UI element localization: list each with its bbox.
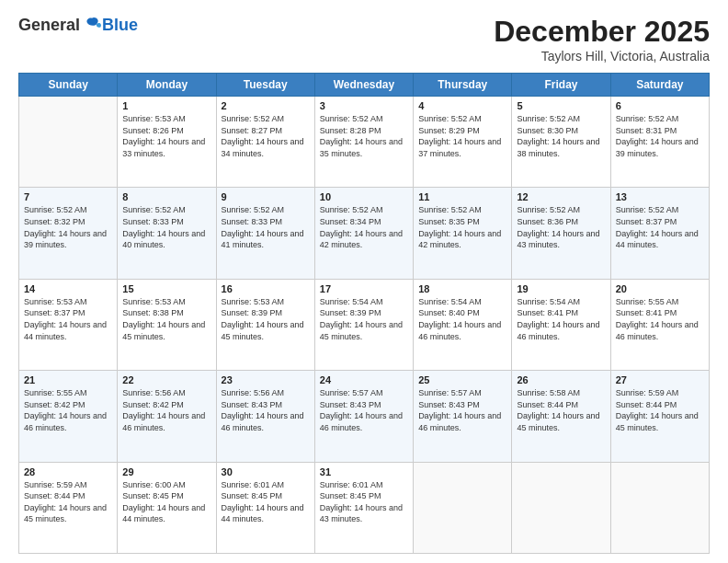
header: General Blue December 2025 Taylors Hill,…: [18, 15, 710, 63]
day-info: Sunrise: 5:53 AMSunset: 8:37 PMDaylight:…: [24, 296, 112, 342]
day-info: Sunrise: 6:01 AMSunset: 8:45 PMDaylight:…: [222, 479, 310, 525]
day-info: Sunrise: 5:52 AMSunset: 8:37 PMDaylight:…: [616, 204, 704, 250]
calendar-day-header: Friday: [512, 74, 610, 97]
day-number: 3: [320, 100, 408, 111]
logo-bird-icon: [82, 15, 102, 35]
day-number: 27: [616, 374, 704, 385]
calendar-day-header: Wednesday: [314, 74, 413, 97]
day-info: Sunrise: 5:57 AMSunset: 8:43 PMDaylight:…: [320, 387, 408, 433]
logo-blue-text: Blue: [102, 16, 138, 35]
calendar-day-header: Thursday: [414, 74, 512, 97]
calendar-table: SundayMondayTuesdayWednesdayThursdayFrid…: [18, 73, 710, 554]
calendar-cell: 31Sunrise: 6:01 AMSunset: 8:45 PMDayligh…: [314, 462, 413, 553]
day-info: Sunrise: 5:53 AMSunset: 8:39 PMDaylight:…: [222, 296, 310, 342]
day-info: Sunrise: 5:59 AMSunset: 8:44 PMDaylight:…: [616, 387, 704, 433]
calendar-cell: 2Sunrise: 5:52 AMSunset: 8:27 PMDaylight…: [216, 97, 314, 188]
calendar-cell: 30Sunrise: 6:01 AMSunset: 8:45 PMDayligh…: [216, 462, 314, 553]
calendar-cell: 25Sunrise: 5:57 AMSunset: 8:43 PMDayligh…: [414, 371, 512, 462]
logo-general-text: General: [18, 16, 80, 35]
calendar-cell: 5Sunrise: 5:52 AMSunset: 8:30 PMDaylight…: [512, 97, 610, 188]
title-block: December 2025 Taylors Hill, Victoria, Au…: [494, 15, 710, 63]
day-info: Sunrise: 5:52 AMSunset: 8:27 PMDaylight:…: [222, 113, 310, 159]
calendar-cell: 15Sunrise: 5:53 AMSunset: 8:38 PMDayligh…: [118, 279, 216, 370]
calendar-cell: 23Sunrise: 5:56 AMSunset: 8:43 PMDayligh…: [216, 371, 314, 462]
calendar-day-header: Tuesday: [216, 74, 314, 97]
day-info: Sunrise: 6:01 AMSunset: 8:45 PMDaylight:…: [320, 479, 408, 525]
calendar-cell: [610, 462, 709, 553]
day-number: 26: [517, 374, 605, 385]
day-number: 10: [320, 191, 408, 202]
calendar-cell: 3Sunrise: 5:52 AMSunset: 8:28 PMDaylight…: [314, 97, 413, 188]
day-number: 7: [24, 191, 112, 202]
day-info: Sunrise: 5:52 AMSunset: 8:36 PMDaylight:…: [517, 204, 605, 250]
calendar-cell: 1Sunrise: 5:53 AMSunset: 8:26 PMDaylight…: [118, 97, 216, 188]
day-info: Sunrise: 5:52 AMSunset: 8:30 PMDaylight:…: [517, 113, 605, 159]
day-number: 31: [320, 466, 408, 477]
calendar-cell: 27Sunrise: 5:59 AMSunset: 8:44 PMDayligh…: [610, 371, 709, 462]
calendar-cell: 21Sunrise: 5:55 AMSunset: 8:42 PMDayligh…: [19, 371, 118, 462]
day-info: Sunrise: 5:55 AMSunset: 8:41 PMDaylight:…: [616, 296, 704, 342]
day-number: 9: [222, 191, 310, 202]
day-number: 22: [122, 374, 210, 385]
day-info: Sunrise: 5:52 AMSunset: 8:34 PMDaylight:…: [320, 204, 408, 250]
day-info: Sunrise: 5:52 AMSunset: 8:32 PMDaylight:…: [24, 204, 112, 250]
day-info: Sunrise: 5:52 AMSunset: 8:29 PMDaylight:…: [418, 113, 506, 159]
calendar-cell: 8Sunrise: 5:52 AMSunset: 8:33 PMDaylight…: [118, 188, 216, 279]
day-info: Sunrise: 5:56 AMSunset: 8:42 PMDaylight:…: [122, 387, 210, 433]
day-info: Sunrise: 5:52 AMSunset: 8:31 PMDaylight:…: [616, 113, 704, 159]
subtitle: Taylors Hill, Victoria, Australia: [494, 49, 710, 63]
logo: General Blue: [18, 15, 138, 35]
day-info: Sunrise: 5:58 AMSunset: 8:44 PMDaylight:…: [517, 387, 605, 433]
day-number: 5: [517, 100, 605, 111]
day-number: 23: [222, 374, 310, 385]
calendar-cell: 16Sunrise: 5:53 AMSunset: 8:39 PMDayligh…: [216, 279, 314, 370]
calendar-cell: 29Sunrise: 6:00 AMSunset: 8:45 PMDayligh…: [118, 462, 216, 553]
calendar-cell: 10Sunrise: 5:52 AMSunset: 8:34 PMDayligh…: [314, 188, 413, 279]
day-info: Sunrise: 5:54 AMSunset: 8:39 PMDaylight:…: [320, 296, 408, 342]
calendar-day-header: Monday: [118, 74, 216, 97]
calendar-cell: 4Sunrise: 5:52 AMSunset: 8:29 PMDaylight…: [414, 97, 512, 188]
day-number: 21: [24, 374, 112, 385]
calendar-cell: 17Sunrise: 5:54 AMSunset: 8:39 PMDayligh…: [314, 279, 413, 370]
calendar-week-row: 28Sunrise: 5:59 AMSunset: 8:44 PMDayligh…: [19, 462, 710, 553]
day-number: 12: [517, 191, 605, 202]
day-info: Sunrise: 5:54 AMSunset: 8:40 PMDaylight:…: [418, 296, 506, 342]
calendar-week-row: 1Sunrise: 5:53 AMSunset: 8:26 PMDaylight…: [19, 97, 710, 188]
day-info: Sunrise: 5:52 AMSunset: 8:33 PMDaylight:…: [222, 204, 310, 250]
calendar-cell: 12Sunrise: 5:52 AMSunset: 8:36 PMDayligh…: [512, 188, 610, 279]
day-number: 29: [122, 466, 210, 477]
day-number: 1: [122, 100, 210, 111]
day-number: 16: [222, 283, 310, 294]
day-number: 28: [24, 466, 112, 477]
day-info: Sunrise: 6:00 AMSunset: 8:45 PMDaylight:…: [122, 479, 210, 525]
calendar-cell: 19Sunrise: 5:54 AMSunset: 8:41 PMDayligh…: [512, 279, 610, 370]
day-info: Sunrise: 5:59 AMSunset: 8:44 PMDaylight:…: [24, 479, 112, 525]
calendar-cell: 6Sunrise: 5:52 AMSunset: 8:31 PMDaylight…: [610, 97, 709, 188]
calendar-cell: 26Sunrise: 5:58 AMSunset: 8:44 PMDayligh…: [512, 371, 610, 462]
calendar-header-row: SundayMondayTuesdayWednesdayThursdayFrid…: [19, 74, 710, 97]
day-number: 20: [616, 283, 704, 294]
calendar-cell: [512, 462, 610, 553]
calendar-cell: 22Sunrise: 5:56 AMSunset: 8:42 PMDayligh…: [118, 371, 216, 462]
day-number: 19: [517, 283, 605, 294]
day-info: Sunrise: 5:57 AMSunset: 8:43 PMDaylight:…: [418, 387, 506, 433]
day-number: 11: [418, 191, 506, 202]
day-info: Sunrise: 5:52 AMSunset: 8:28 PMDaylight:…: [320, 113, 408, 159]
calendar-day-header: Saturday: [610, 74, 709, 97]
page: General Blue December 2025 Taylors Hill,…: [0, 0, 728, 563]
day-number: 15: [122, 283, 210, 294]
calendar-week-row: 21Sunrise: 5:55 AMSunset: 8:42 PMDayligh…: [19, 371, 710, 462]
calendar-cell: 20Sunrise: 5:55 AMSunset: 8:41 PMDayligh…: [610, 279, 709, 370]
calendar-cell: 11Sunrise: 5:52 AMSunset: 8:35 PMDayligh…: [414, 188, 512, 279]
main-title: December 2025: [494, 15, 710, 49]
day-number: 14: [24, 283, 112, 294]
day-info: Sunrise: 5:56 AMSunset: 8:43 PMDaylight:…: [222, 387, 310, 433]
calendar-cell: 7Sunrise: 5:52 AMSunset: 8:32 PMDaylight…: [19, 188, 118, 279]
day-number: 13: [616, 191, 704, 202]
calendar-cell: 24Sunrise: 5:57 AMSunset: 8:43 PMDayligh…: [314, 371, 413, 462]
calendar-cell: [19, 97, 118, 188]
day-number: 30: [222, 466, 310, 477]
day-number: 25: [418, 374, 506, 385]
day-info: Sunrise: 5:52 AMSunset: 8:35 PMDaylight:…: [418, 204, 506, 250]
calendar-cell: 9Sunrise: 5:52 AMSunset: 8:33 PMDaylight…: [216, 188, 314, 279]
